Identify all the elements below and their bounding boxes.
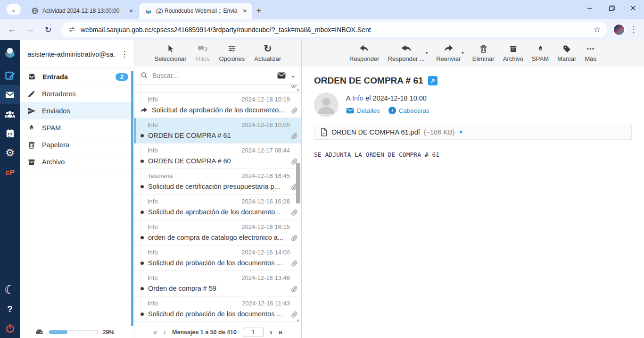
new-tab-button[interactable]: +	[252, 4, 265, 17]
open-external-button[interactable]: ↗	[428, 76, 438, 85]
restore-button[interactable]	[601, 0, 622, 16]
message-row[interactable]: Info2024-12-17 08:44 ORDEN DE COMPRA # 6…	[134, 144, 301, 169]
message-row[interactable]: Info2024-12-16 16:28 Solicitud de aproba…	[134, 194, 301, 220]
search-input[interactable]	[152, 72, 272, 79]
row-date: 2024-12-16 10:19	[241, 325, 290, 326]
more-button[interactable]: Más	[585, 44, 596, 66]
close-icon[interactable]: ✕	[127, 7, 135, 15]
rail-mail-button[interactable]	[0, 85, 20, 104]
browser-menu-button[interactable]: ⋮	[628, 24, 639, 35]
folder-papelera[interactable]: Papelera	[20, 136, 134, 153]
scrollbar-thumb[interactable]	[296, 163, 300, 203]
account-email: asistente-administrativo@sa…	[27, 51, 116, 58]
recipient-link[interactable]: Info	[352, 94, 363, 102]
rail-compose-button[interactable]	[0, 66, 20, 85]
row-date: 2024-12-17 08:44	[241, 147, 290, 154]
close-icon[interactable]: ✕	[241, 7, 248, 15]
archive-button[interactable]: Archivo	[503, 44, 523, 66]
rail-darkmode-button[interactable]: ☾	[0, 280, 20, 299]
bookmark-star-icon[interactable]: ☆	[594, 25, 601, 34]
select-button[interactable]: Seleccionar	[155, 44, 187, 66]
reply-button[interactable]: Responder	[349, 44, 380, 66]
chevron-down-icon: ⌄	[11, 6, 17, 13]
unread-badge: 2	[116, 73, 128, 81]
forwarded-icon	[140, 107, 148, 113]
globe-icon	[31, 7, 39, 15]
folder-borradores[interactable]: Borradores	[20, 85, 134, 102]
row-sender: Tesoreria	[148, 172, 173, 179]
folder-entrada[interactable]: Entrada 2	[20, 68, 134, 85]
close-window-button[interactable]	[622, 0, 644, 16]
close-icon	[630, 5, 636, 11]
browser-profile-avatar[interactable]	[613, 24, 625, 36]
rail-logout-button[interactable]	[0, 319, 20, 338]
attachment-menu-caret-icon[interactable]: ▾	[459, 129, 462, 135]
details-toggle[interactable]: Detalles	[346, 107, 380, 114]
message-row[interactable]: Info2024-12-16 11:43 Solicitud de probac…	[134, 296, 301, 322]
browser-tab-activity[interactable]: Actividad 2024-12-18 13:00:00 ✕	[25, 3, 139, 19]
message-row[interactable]: Info2024-12-16 16:15 orden de compra de …	[134, 220, 301, 245]
forward-caret-icon[interactable]: ▾	[462, 51, 464, 55]
reload-button[interactable]: ↻	[41, 22, 56, 37]
unread-dot-icon	[140, 262, 144, 265]
url-bar[interactable]: webmail.sanjuan.gob.ec/cpsess2416859914/…	[61, 22, 607, 37]
message-row[interactable]: Info2024-12-16 14:00 Solicitud de probac…	[134, 245, 301, 271]
unread-dot-icon	[140, 287, 144, 290]
scrollbar-down-icon[interactable]: ▼	[296, 319, 300, 323]
site-settings-icon[interactable]	[68, 25, 76, 34]
tab-search-button[interactable]: ⌄	[7, 4, 21, 15]
browser-titlebar: ⌄ Actividad 2024-12-18 13:00:00 ✕ (2) Ro…	[0, 0, 644, 19]
paperclip-icon	[291, 107, 298, 114]
url-text[interactable]: webmail.sanjuan.gob.ec/cpsess2416859914/…	[81, 26, 589, 34]
message-row[interactable]: Tesoreria2024-12-16 16:45 Solicitud de c…	[134, 169, 301, 194]
rail-settings-button[interactable]: ⚙	[0, 143, 20, 162]
rail-calendar-button[interactable]	[0, 124, 20, 143]
back-button[interactable]: ←	[5, 22, 20, 37]
browser-tab-roundcube[interactable]: (2) Roundcube Webmail :: Envia ✕	[139, 3, 252, 19]
threads-button[interactable]: Hilos	[196, 44, 210, 66]
attachment-bar[interactable]: ORDEN DE COMPRA 61.pdf (~186 KB) ▾	[314, 125, 632, 140]
row-subject: Orden de compra # 59	[148, 285, 290, 292]
row-sender: Info	[148, 121, 158, 128]
folder-enviados[interactable]: Enviados	[20, 102, 134, 119]
rail-help-button[interactable]: ?	[0, 299, 20, 319]
attachment-name[interactable]: ORDEN DE COMPRA 61.pdf	[331, 128, 420, 136]
reply-all-button[interactable]: Responder ...	[388, 44, 425, 62]
account-header[interactable]: asistente-administrativo@sa… ⋮	[20, 40, 134, 68]
forward-button[interactable]: Reenviar	[436, 44, 461, 62]
reply-all-caret-icon[interactable]: ▾	[426, 51, 428, 55]
folder-archivo[interactable]: Archivo	[20, 153, 134, 170]
headers-toggle[interactable]: i Cabeceras	[388, 107, 429, 114]
message-row[interactable]: Info2024-12-18 10:19 Solicitud de aproba…	[134, 93, 301, 118]
message-row[interactable]: Solicitud de probación de los documentos…	[134, 85, 301, 93]
webmail-app: ⚙ cP ☾ ? asistente-administrativo@sa… ⋮ …	[0, 40, 644, 338]
folder-label: Borradores	[42, 90, 76, 98]
message-row[interactable]: Info2024-12-16 10:19	[134, 322, 301, 326]
message-row[interactable]: Info2024-12-16 13:46 Orden de compra # 5…	[134, 271, 301, 296]
search-options-chevron-icon[interactable]: ⌄	[290, 72, 296, 79]
minimize-button[interactable]	[579, 0, 601, 16]
prev-page-button[interactable]: ‹	[164, 329, 166, 336]
last-page-button[interactable]: »	[278, 329, 282, 336]
mark-button[interactable]: Marcar	[557, 44, 576, 66]
power-icon	[5, 323, 16, 334]
row-date: 2024-12-16 16:45	[241, 172, 290, 179]
rail-cpanel-button[interactable]: cP	[0, 162, 20, 182]
spam-button[interactable]: SPAM	[532, 44, 549, 66]
options-button[interactable]: Opciones	[219, 44, 245, 66]
next-page-button[interactable]: ›	[270, 329, 272, 336]
scrollbar-up-icon[interactable]: ▲	[296, 87, 300, 92]
page-number-input[interactable]	[243, 328, 264, 337]
forward-button[interactable]: →	[23, 22, 38, 37]
delete-button[interactable]: Eliminar	[472, 44, 495, 66]
minimize-icon	[587, 5, 593, 11]
first-page-button[interactable]: «	[153, 329, 157, 336]
message-row-selected[interactable]: Info2024-12-18 10:00 ORDEN DE COMPRA # 6…	[134, 118, 301, 144]
refresh-button[interactable]: ↻ Actualizar	[254, 44, 281, 66]
folder-options-icon[interactable]: ⋮	[119, 49, 130, 60]
pane-splitter[interactable]	[131, 71, 133, 326]
quota-percent: 29%	[103, 329, 114, 336]
folder-spam[interactable]: SPAM	[20, 119, 134, 136]
rail-contacts-button[interactable]	[0, 104, 20, 124]
search-scope-mail-icon[interactable]	[277, 72, 286, 79]
